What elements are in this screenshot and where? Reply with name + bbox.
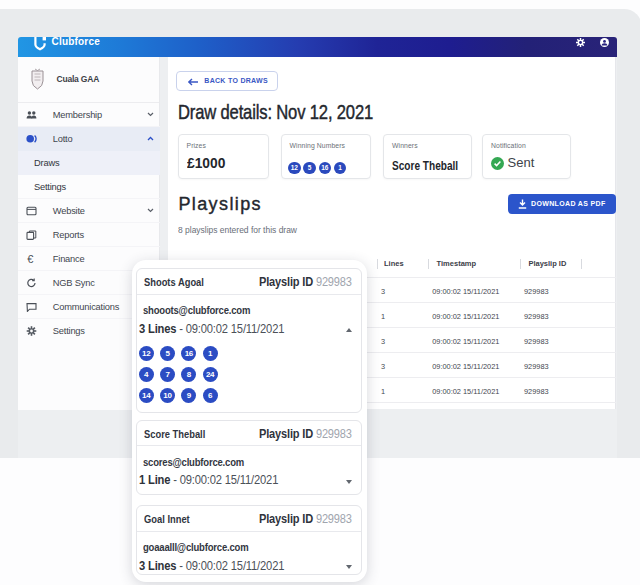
svg-text:€: € [27, 254, 33, 264]
